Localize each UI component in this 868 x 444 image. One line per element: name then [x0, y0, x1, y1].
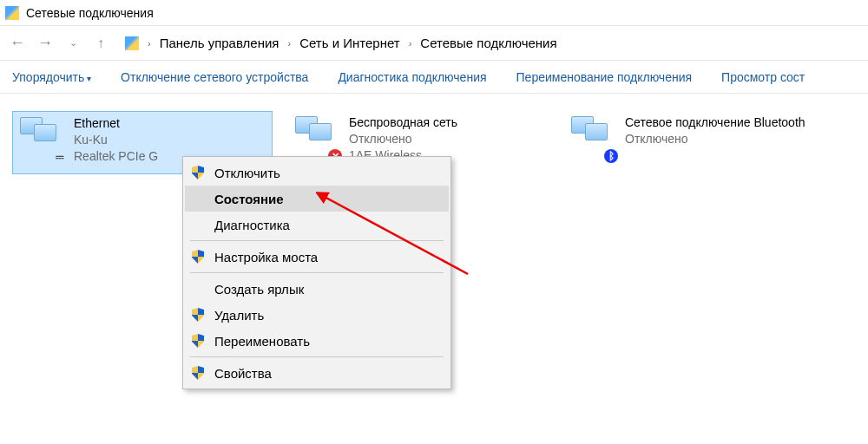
network-icon: ✕ [293, 114, 340, 160]
menu-item-label: Диагностика [214, 218, 290, 232]
recent-dropdown[interactable]: ⌄ [64, 37, 82, 49]
breadcrumb-control-panel[interactable]: Панель управления [160, 36, 279, 50]
menu-create-shortcut[interactable]: Создать ярлык [185, 276, 449, 302]
menu-item-label: Настройка моста [214, 250, 318, 264]
back-button[interactable]: ← [9, 34, 26, 52]
toolbar: Упорядочить Отключение сетевого устройст… [0, 61, 868, 94]
blank-icon [190, 191, 206, 206]
connection-device: Realtek PCIe G [74, 148, 158, 165]
toolbar-diagnose[interactable]: Диагностика подключения [338, 70, 486, 84]
breadcrumb-network-internet[interactable]: Сеть и Интернет [299, 36, 400, 50]
network-icon: ᛒ [569, 114, 616, 160]
connection-bluetooth[interactable]: ᛒ Сетевое подключение Bluetooth Отключен… [564, 111, 825, 168]
forward-button[interactable]: → [36, 34, 54, 52]
connection-status: Отключено [625, 131, 806, 147]
chevron-icon: › [287, 38, 291, 49]
connection-status: Отключено [349, 131, 457, 147]
shield-icon [190, 165, 206, 180]
network-icon: ⎓ [18, 115, 65, 160]
menu-item-label: Состояние [214, 192, 284, 206]
connected-icon: ⎓ [53, 150, 67, 164]
toolbar-disable-device[interactable]: Отключение сетевого устройства [121, 70, 308, 84]
connection-name: Сетевое подключение Bluetooth [625, 114, 806, 131]
menu-item-label: Создать ярлык [214, 282, 304, 297]
menu-separator [190, 240, 444, 241]
window-title: Сетевые подключения [26, 6, 154, 20]
navbar: ← → ⌄ ↑ › Панель управления › Сеть и Инт… [0, 26, 868, 61]
menu-item-label: Удалить [214, 308, 264, 323]
up-button[interactable]: ↑ [92, 36, 109, 51]
chevron-icon: › [409, 38, 412, 49]
menu-properties[interactable]: Свойства [185, 360, 449, 386]
blank-icon [190, 281, 206, 297]
menu-disable[interactable]: Отключить [185, 160, 449, 186]
shield-icon [190, 307, 206, 323]
connection-name: Беспроводная сеть [349, 114, 457, 131]
context-menu: Отключить Состояние Диагностика Настройк… [182, 156, 451, 389]
address-bar[interactable]: › Панель управления › Сеть и Интернет › … [125, 36, 557, 50]
connection-status: Ku-Ku [74, 132, 158, 148]
bluetooth-icon: ᛒ [604, 149, 618, 163]
menu-item-label: Переименовать [214, 334, 310, 349]
menu-item-label: Свойства [214, 366, 272, 381]
menu-item-label: Отключить [214, 166, 280, 180]
chevron-icon: › [148, 38, 151, 49]
shield-icon [190, 365, 206, 381]
location-icon [125, 36, 139, 50]
blank-icon [190, 217, 206, 232]
toolbar-view-status[interactable]: Просмотр сост [721, 70, 805, 84]
app-icon [5, 6, 19, 20]
breadcrumb-network-connections[interactable]: Сетевые подключения [420, 36, 556, 50]
shield-icon [190, 249, 206, 264]
menu-separator [190, 356, 444, 357]
menu-status[interactable]: Состояние [185, 186, 449, 212]
titlebar: Сетевые подключения [0, 0, 868, 26]
connection-name: Ethernet [74, 115, 158, 132]
toolbar-organize[interactable]: Упорядочить [12, 70, 91, 84]
toolbar-rename[interactable]: Переименование подключения [516, 70, 693, 84]
menu-separator [190, 272, 444, 273]
menu-delete[interactable]: Удалить [185, 302, 449, 328]
menu-diagnostics[interactable]: Диагностика [185, 212, 449, 238]
menu-rename[interactable]: Переименовать [185, 328, 449, 354]
menu-bridge[interactable]: Настройка моста [185, 244, 449, 270]
shield-icon [190, 333, 206, 349]
